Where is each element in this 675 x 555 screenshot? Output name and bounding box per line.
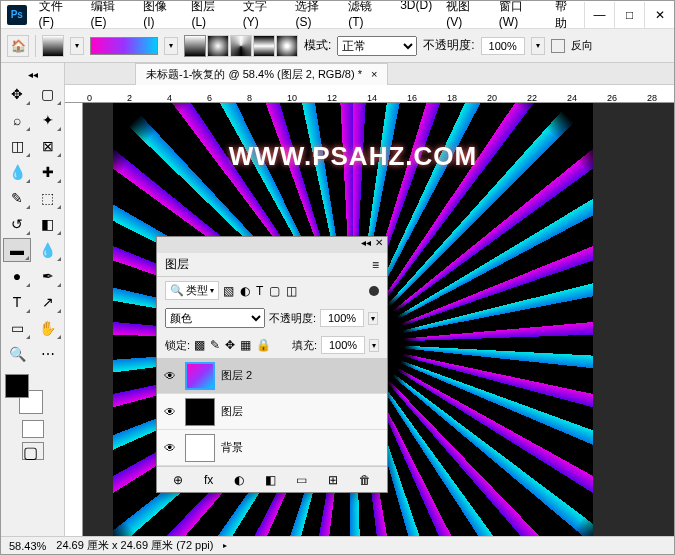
dodge-tool[interactable]: ● (3, 264, 31, 288)
fx-icon[interactable]: fx (204, 473, 213, 487)
radial-gradient-icon[interactable] (207, 35, 229, 57)
lock-all-icon[interactable]: 🔒 (256, 338, 271, 352)
minimize-button[interactable]: — (584, 2, 614, 28)
lock-position-icon[interactable]: ✥ (225, 338, 235, 352)
filter-shape-icon[interactable]: ▢ (269, 284, 280, 298)
layer-thumbnail[interactable] (185, 434, 215, 462)
crop-tool[interactable]: ◫ (3, 134, 31, 158)
menu-filter[interactable]: 滤镜(T) (342, 0, 392, 35)
lock-transparency-icon[interactable]: ▩ (194, 338, 205, 352)
close-tab-icon[interactable]: × (371, 68, 377, 80)
zoom-tool[interactable]: 🔍 (3, 342, 31, 366)
opacity-dropdown[interactable]: ▾ (531, 37, 545, 55)
path-tool[interactable]: ↗ (34, 290, 62, 314)
layer-filter-type[interactable]: 🔍 类型 ▾ (165, 281, 219, 300)
foreground-color[interactable] (5, 374, 29, 398)
mask-icon[interactable]: ◐ (234, 473, 244, 487)
filter-toggle[interactable] (369, 286, 379, 296)
zoom-level[interactable]: 58.43% (9, 540, 46, 552)
gradient-preview[interactable] (90, 37, 158, 55)
panel-collapse-icon[interactable]: ◂◂ (361, 237, 371, 253)
eyedropper-tool[interactable]: 💧 (3, 160, 31, 184)
tool-preset-icon[interactable] (42, 35, 64, 57)
gradient-tool[interactable]: ▬ (3, 238, 31, 262)
tool-preset-dropdown[interactable]: ▾ (70, 37, 84, 55)
linear-gradient-icon[interactable] (184, 35, 206, 57)
layer-blend-mode-select[interactable]: 颜色 (165, 308, 265, 328)
close-button[interactable]: ✕ (644, 2, 674, 28)
layer-name[interactable]: 图层 2 (221, 368, 383, 383)
menu-layer[interactable]: 图层(L) (185, 0, 234, 35)
menu-edit[interactable]: 编辑(E) (85, 0, 136, 35)
visibility-icon[interactable]: 👁 (161, 369, 179, 383)
layer-item[interactable]: 👁 背景 (157, 430, 387, 466)
blur-tool[interactable]: 💧 (34, 238, 62, 262)
opacity-input[interactable] (481, 37, 525, 55)
menu-view[interactable]: 视图(V) (440, 0, 491, 35)
quickmask-icon[interactable] (22, 420, 44, 438)
move-tool[interactable]: ✥ (3, 82, 31, 106)
blend-mode-select[interactable]: 正常 (337, 36, 417, 56)
opacity-label: 不透明度: (423, 37, 474, 54)
filter-smart-icon[interactable]: ◫ (286, 284, 297, 298)
new-layer-icon[interactable]: ⊞ (328, 473, 338, 487)
angle-gradient-icon[interactable] (230, 35, 252, 57)
hand-tool[interactable]: ✋ (34, 316, 62, 340)
layer-item[interactable]: 👁 图层 2 (157, 358, 387, 394)
diamond-gradient-icon[interactable] (276, 35, 298, 57)
gradient-dropdown[interactable]: ▾ (164, 37, 178, 55)
group-icon[interactable]: ▭ (296, 473, 307, 487)
reverse-checkbox[interactable] (551, 39, 565, 53)
menu-image[interactable]: 图像(I) (137, 0, 183, 35)
layer-thumbnail[interactable] (185, 362, 215, 390)
layer-item[interactable]: 👁 图层 (157, 394, 387, 430)
status-more-icon[interactable]: ▸ (223, 541, 227, 550)
pen-tool[interactable]: ✒ (34, 264, 62, 288)
type-tool[interactable]: T (3, 290, 31, 314)
panel-close-icon[interactable]: ✕ (375, 237, 383, 253)
shape-tool[interactable]: ▭ (3, 316, 31, 340)
document-tab[interactable]: 未标题-1-恢复的 @ 58.4% (图层 2, RGB/8) * × (135, 63, 388, 85)
filter-type-icon[interactable]: T (256, 284, 263, 298)
visibility-icon[interactable]: 👁 (161, 405, 179, 419)
reflected-gradient-icon[interactable] (253, 35, 275, 57)
filter-adjust-icon[interactable]: ◐ (240, 284, 250, 298)
layer-thumbnail[interactable] (185, 398, 215, 426)
history-brush-tool[interactable]: ↺ (3, 212, 31, 236)
brush-tool[interactable]: ✎ (3, 186, 31, 210)
artboard-tool[interactable]: ▢ (34, 82, 62, 106)
lock-artboard-icon[interactable]: ▦ (240, 338, 251, 352)
menu-window[interactable]: 窗口(W) (493, 0, 547, 35)
layers-tab[interactable]: 图层 (165, 256, 189, 273)
lock-paint-icon[interactable]: ✎ (210, 338, 220, 352)
link-layers-icon[interactable]: ⊕ (173, 473, 183, 487)
adjustment-icon[interactable]: ◧ (265, 473, 276, 487)
layer-name[interactable]: 背景 (221, 440, 383, 455)
toolbar-collapse-icon[interactable]: ◂◂ (3, 67, 62, 82)
delete-layer-icon[interactable]: 🗑 (359, 473, 371, 487)
panel-titlebar[interactable]: ◂◂ ✕ (157, 237, 387, 253)
magic-wand-tool[interactable]: ✦ (34, 108, 62, 132)
menu-type[interactable]: 文字(Y) (237, 0, 288, 35)
opacity-dd-icon[interactable]: ▾ (368, 312, 378, 325)
layer-name[interactable]: 图层 (221, 404, 383, 419)
frame-tool[interactable]: ⊠ (34, 134, 62, 158)
edit-toolbar[interactable]: ⋯ (34, 342, 62, 366)
maximize-button[interactable]: □ (614, 2, 644, 28)
menu-help[interactable]: 帮助 (549, 0, 584, 35)
lasso-tool[interactable]: ⌕ (3, 108, 31, 132)
menu-select[interactable]: 选择(S) (289, 0, 340, 35)
visibility-icon[interactable]: 👁 (161, 441, 179, 455)
home-icon[interactable]: 🏠 (7, 35, 29, 57)
eraser-tool[interactable]: ◧ (34, 212, 62, 236)
layer-fill-input[interactable] (321, 336, 365, 354)
layer-opacity-input[interactable] (320, 309, 364, 327)
screenmode-icon[interactable]: ▢ (22, 442, 44, 460)
fill-dd-icon[interactable]: ▾ (369, 339, 379, 352)
healing-tool[interactable]: ✚ (34, 160, 62, 184)
clone-tool[interactable]: ⬚ (34, 186, 62, 210)
filter-pixel-icon[interactable]: ▧ (223, 284, 234, 298)
menu-3d[interactable]: 3D(D) (394, 0, 438, 35)
panel-menu-icon[interactable]: ≡ (372, 258, 379, 272)
menu-file[interactable]: 文件(F) (33, 0, 83, 35)
